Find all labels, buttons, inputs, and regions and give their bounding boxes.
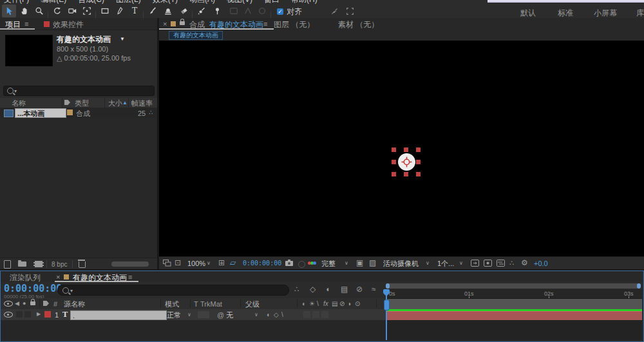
tab-effect-controls[interactable]: 效果控件 — [53, 21, 84, 28]
magnification-value[interactable]: 100% — [187, 260, 205, 267]
transparency-grid-icon[interactable]: ▨ — [369, 259, 376, 267]
workspace-default-button[interactable]: 默认 — [520, 9, 536, 17]
blend-mode-dropdown-icon[interactable]: ∨ — [187, 312, 191, 318]
shrink-icon[interactable] — [327, 5, 341, 17]
resolution-dropdown-icon[interactable]: ∨ — [345, 261, 348, 266]
index-column[interactable]: # — [53, 301, 57, 308]
selection-handle[interactable] — [404, 172, 408, 176]
timeline-button-icon[interactable] — [497, 260, 505, 267]
audio-column-icon[interactable]: ◀ — [15, 301, 19, 307]
parent-dropdown-icon[interactable]: ∨ — [254, 312, 258, 318]
tab-layer[interactable]: 图层 （无） — [274, 21, 314, 28]
item-label-square[interactable] — [67, 109, 73, 115]
magnification-dropdown-icon[interactable]: ∨ — [207, 261, 211, 266]
frame-blend-switch-icon[interactable]: ▤ — [332, 301, 337, 307]
tab-render-queue[interactable]: 渲染队列 — [10, 274, 41, 281]
roto-brush-tool[interactable] — [194, 5, 209, 17]
region-of-interest-icon[interactable]: ▣ — [356, 259, 363, 267]
current-timecode[interactable]: 0:00:00:00 — [4, 284, 62, 294]
layer-expand-icon[interactable]: ▶ — [37, 312, 41, 317]
playhead-line[interactable] — [386, 289, 387, 340]
anchor-point-icon[interactable] — [401, 156, 413, 168]
selection-tool[interactable] — [2, 5, 16, 17]
selection-handle[interactable] — [416, 172, 421, 176]
eraser-tool[interactable] — [176, 5, 191, 17]
monitor-icon[interactable]: ⊡ — [175, 259, 181, 267]
motion-blur-icon[interactable]: ⊘ — [356, 285, 363, 293]
flowchart-view-icon[interactable]: ∴ — [509, 260, 514, 267]
workspace-library-button[interactable]: 库 — [636, 9, 644, 17]
comp-info-dropdown-icon[interactable]: ▼ — [120, 37, 125, 42]
lock-column-icon[interactable] — [30, 301, 35, 305]
mode-column[interactable]: 模式 — [165, 301, 179, 308]
hand-tool[interactable] — [17, 5, 32, 17]
label-column-icon[interactable] — [43, 301, 49, 306]
layer-switch-box[interactable] — [312, 311, 319, 318]
adjustment-switch-icon[interactable]: ◑ — [347, 301, 351, 307]
expand-icon[interactable] — [343, 5, 357, 17]
rotate-tool[interactable] — [50, 5, 64, 17]
viewer-timecode[interactable]: 0:00:00:00 — [243, 260, 281, 267]
camera-view-dropdown-icon[interactable]: ∨ — [426, 261, 430, 266]
layer-video-toggle[interactable] — [4, 312, 13, 318]
selection-handle[interactable] — [404, 147, 408, 152]
show-snapshot-icon[interactable] — [298, 261, 305, 268]
item-name-edit-field[interactable]: ...本动画 — [15, 108, 66, 118]
camera-tool[interactable] — [65, 5, 79, 17]
delete-icon[interactable] — [79, 261, 86, 268]
layer-row[interactable]: ▶ 1 T . 正常 ∨ @ 无 ∨ ◖ ◇ \ — [1, 309, 386, 321]
draft-3d-icon[interactable]: ◇ — [310, 285, 316, 293]
composition-mini-flowchart-icon[interactable]: ∴ — [294, 285, 299, 293]
selection-handle[interactable] — [392, 172, 396, 176]
trkmat-column[interactable]: TrkMat — [200, 301, 222, 308]
trkmat-dropdown-box[interactable] — [198, 311, 209, 318]
project-item-row[interactable]: ...本动画 合成 25 ∴ — [0, 108, 157, 118]
solo-column-icon[interactable]: ● — [23, 301, 26, 307]
view-layout-dropdown-icon[interactable]: ∨ — [459, 261, 463, 266]
workspace-standard-button[interactable]: 标准 — [558, 9, 573, 17]
threed-switch-icon[interactable]: ⊙ — [355, 301, 360, 307]
interpret-footage-icon[interactable] — [4, 260, 11, 269]
search-dropdown-icon[interactable]: ▾ — [14, 89, 17, 94]
layer-quality-switch[interactable]: ◇ — [274, 312, 279, 318]
layer-label-square[interactable] — [44, 311, 51, 318]
hide-shy-layers-icon[interactable]: ◖ — [325, 285, 330, 293]
menu-animation[interactable]: 动画(A) — [189, 0, 215, 3]
exposure-gear-icon[interactable]: ⚙ — [521, 259, 528, 267]
pan-behind-anchor-tool[interactable] — [80, 5, 94, 17]
column-type[interactable]: 类型 — [75, 100, 89, 107]
layer-solo-toggle[interactable] — [24, 311, 31, 318]
rectangle-tool[interactable] — [98, 5, 112, 17]
menu-composition[interactable]: 合成(C) — [78, 0, 104, 3]
sort-ascending-icon[interactable]: ▲ — [122, 100, 128, 106]
exposure-value[interactable]: +0.0 — [534, 260, 548, 267]
zoom-tool[interactable] — [32, 5, 46, 17]
viewer-panel-menu-icon[interactable]: ≡ — [263, 21, 267, 28]
layer-name-edit-field[interactable]: . — [70, 310, 167, 320]
new-folder-icon[interactable] — [18, 261, 26, 267]
timeline-search-dropdown-icon[interactable]: ▾ — [70, 289, 73, 294]
always-preview-icon[interactable] — [163, 260, 171, 267]
mini-flowchart-button[interactable]: 有趣的文本动画 — [169, 31, 223, 40]
shy-switch-icon[interactable]: ◖ — [301, 301, 305, 307]
channel-icon[interactable] — [308, 261, 316, 265]
selection-handle[interactable] — [392, 160, 396, 164]
close-tab-icon[interactable]: × — [163, 21, 167, 28]
comp-info-name[interactable]: 有趣的文本动画 — [57, 35, 111, 43]
layer-duration-bar[interactable] — [386, 311, 642, 321]
menu-window[interactable]: 窗口 — [264, 0, 279, 3]
menu-view[interactable]: 视图(V) — [227, 0, 252, 3]
menu-layer[interactable]: 图层(L) — [116, 0, 141, 3]
project-scrollbar-thumb[interactable] — [111, 261, 149, 267]
project-search-input[interactable]: ▾ — [3, 86, 155, 96]
view-layout-value[interactable]: 1个... — [437, 260, 454, 267]
layer-audio-toggle[interactable] — [16, 311, 23, 318]
selection-handle[interactable] — [416, 160, 421, 164]
layer-switch-box[interactable] — [303, 311, 310, 318]
selection-handle[interactable] — [392, 147, 396, 152]
column-label-icon[interactable] — [64, 100, 70, 105]
motion-blur-switch-icon[interactable]: ⊘ — [339, 301, 345, 307]
tab-composition-label[interactable]: 合成 — [189, 21, 205, 28]
composition-viewport[interactable] — [159, 41, 644, 256]
layer-shy-switch[interactable]: ◖ — [266, 312, 270, 318]
